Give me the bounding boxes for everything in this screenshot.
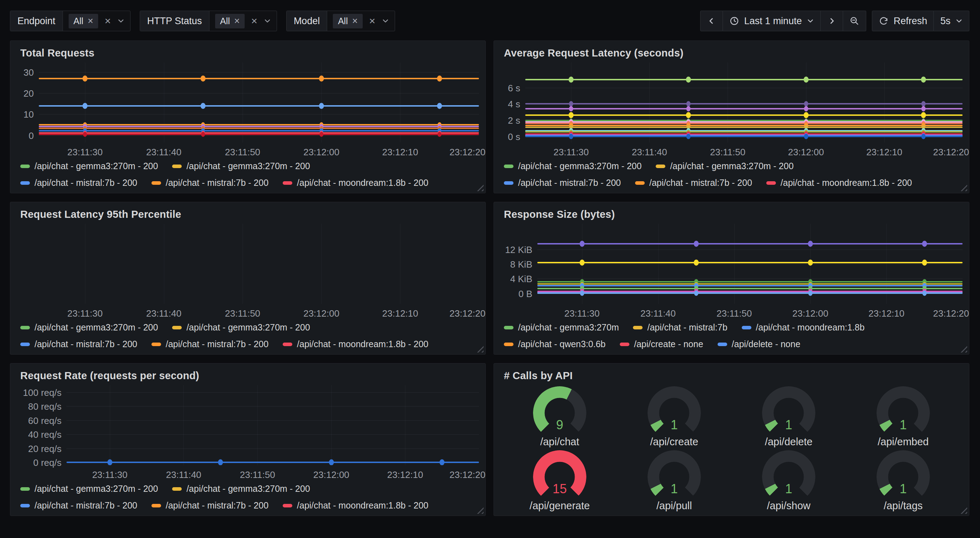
panel-title[interactable]: Response Size (bytes) [504,209,963,220]
clear-selection-icon[interactable]: × [369,16,375,26]
time-series-chart[interactable]: 6 s4 s2 s0 s23:11:3023:11:4023:11:5023:1… [500,62,963,160]
legend-item[interactable]: /api/chat - mistral:7b - 200 [635,178,752,188]
legend-row: /api/chat - gemma3:270m/api/chat - mistr… [504,322,963,333]
filter-selected-chip[interactable]: All× [215,14,245,29]
x-tick-label: 23:12:10 [382,147,418,158]
gauge-dial: 1 [648,450,701,499]
series-point [922,259,927,265]
legend-item[interactable]: /api/chat - moondream:1.8b - 200 [283,339,428,349]
time-shift-back-button[interactable] [700,11,723,31]
legend-item[interactable]: /api/chat - mistral:7b - 200 [20,500,137,511]
legend-item[interactable]: /api/chat - mistral:7b [633,322,727,333]
legend-item[interactable]: /api/chat - moondream:1.8b - 200 [283,178,428,188]
x-axis: 23:11:3023:11:4023:11:5023:12:0023:12:10… [67,465,479,482]
legend-item[interactable]: /api/chat - mistral:7b - 200 [20,339,137,349]
time-range-picker[interactable]: Last 1 minute [723,11,821,31]
x-tick-label: 23:12:20 [449,470,485,481]
y-tick-label: 80 req/s [28,401,62,412]
legend-item[interactable]: /api/chat - gemma3:270m - 200 [656,161,793,171]
filter-selected-chip[interactable]: All× [68,14,99,29]
series-line [39,126,479,127]
legend-color-marker [504,326,514,329]
gauge-dial: 9 [533,386,586,435]
legend-color-marker [633,326,643,329]
chevron-down-icon[interactable] [264,19,271,24]
legend-item[interactable]: /api/chat - mistral:7b - 200 [151,178,269,188]
remove-value-icon[interactable]: × [352,16,358,26]
clear-selection-icon[interactable]: × [251,16,258,26]
remove-value-icon[interactable]: × [234,16,240,26]
legend-item[interactable]: /api/create - none [620,339,703,349]
plot-canvas[interactable] [39,62,479,143]
legend-item[interactable]: /api/chat - gemma3:270m - 200 [172,484,310,494]
panel-title[interactable]: Request Rate (requests per second) [20,370,479,382]
refresh-group: Refresh 5s [872,11,969,31]
legend-color-marker [656,165,665,168]
legend-item[interactable]: /api/chat - gemma3:270m [504,322,619,333]
x-tick-label: 23:12:10 [387,470,423,481]
remove-value-icon[interactable]: × [88,16,93,26]
legend-item[interactable]: /api/chat - mistral:7b - 200 [504,178,621,188]
legend-row: /api/chat - gemma3:270m - 200/api/chat -… [20,161,479,171]
x-tick-label: 23:11:40 [146,147,181,158]
panel-title[interactable]: Request Latency 95th Percentile [20,209,479,220]
gauge: 15/api/generate [530,450,590,512]
x-tick-label: 23:12:00 [313,470,349,481]
legend-item[interactable]: /api/chat - gemma3:270m - 200 [172,161,310,171]
legend-item[interactable]: /api/chat - qwen3:0.6b [504,339,606,349]
legend-label: /api/chat - gemma3:270m - 200 [186,161,310,171]
legend-item[interactable]: /api/chat - mistral:7b - 200 [151,339,269,349]
time-series-chart[interactable]: 302010023:11:3023:11:4023:11:5023:12:002… [17,62,479,160]
legend-item[interactable]: /api/chat - moondream:1.8b - 200 [283,500,428,511]
legend-item[interactable]: /api/chat - moondream:1.8b [742,322,865,333]
grid-line [39,135,479,136]
series-point [921,133,926,139]
zoom-out-button[interactable] [843,11,866,31]
series-point [803,76,808,83]
time-series-chart[interactable]: 100 req/s80 req/s60 req/s40 req/s20 req/… [17,385,479,482]
grid-line [537,264,963,264]
gauge-value: 1 [762,481,815,497]
series-point [580,241,585,247]
gauge-dial: 1 [648,386,701,435]
legend-item[interactable]: /api/chat - gemma3:270m - 200 [172,322,310,333]
grid-line [164,224,164,304]
y-axis [17,224,39,304]
chevron-down-icon[interactable] [382,19,389,24]
time-series-chart[interactable]: 12 KiB8 KiB4 KiB0 B23:11:3023:11:4023:11… [500,224,963,321]
legend-label: /api/create - none [634,339,703,349]
legend-row: /api/chat - gemma3:270m - 200/api/chat -… [20,322,479,333]
panel-title[interactable]: Average Request Latency (seconds) [504,47,963,59]
chevron-down-icon[interactable] [117,19,124,24]
legend-item[interactable]: /api/chat - gemma3:270m - 200 [504,161,641,171]
refresh-button[interactable]: Refresh [872,11,934,31]
panel-title[interactable]: # Calls by API [504,370,963,382]
x-tick-label: 23:12:10 [866,147,902,158]
clear-selection-icon[interactable]: × [105,16,111,26]
legend-item[interactable]: /api/chat - gemma3:270m - 200 [20,484,158,494]
x-axis: 23:11:3023:11:4023:11:5023:12:0023:12:10… [39,304,479,321]
panel-title[interactable]: Total Requests [20,47,479,59]
plot-canvas[interactable] [537,224,963,304]
time-shift-forward-button[interactable] [821,11,843,31]
y-tick-label: 0 req/s [33,457,62,468]
plot-canvas[interactable] [67,385,479,465]
filter-selected-chip[interactable]: All× [333,14,363,29]
dashboard-grid: Total Requests 302010023:11:3023:11:4023… [0,41,980,516]
legend-item[interactable]: /api/delete - none [718,339,800,349]
legend-item[interactable]: /api/chat - gemma3:270m - 200 [20,322,158,333]
series-line [525,122,963,124]
series-line [537,285,963,286]
y-axis: 3020100 [17,62,39,143]
legend-item[interactable]: /api/chat - mistral:7b - 200 [151,500,269,511]
legend-item[interactable]: /api/chat - moondream:1.8b - 200 [766,178,912,188]
series-line [525,79,963,80]
refresh-interval-dropdown[interactable]: 5s [934,11,969,31]
legend-item[interactable]: /api/chat - gemma3:270m - 200 [20,161,158,171]
plot-canvas[interactable] [525,62,963,143]
legend-item[interactable]: /api/chat - mistral:7b - 200 [20,178,137,188]
series-point [921,76,926,83]
time-series-chart[interactable]: 23:11:3023:11:4023:11:5023:12:0023:12:10… [17,224,479,321]
grid-line [67,392,479,393]
plot-canvas[interactable] [39,224,479,304]
